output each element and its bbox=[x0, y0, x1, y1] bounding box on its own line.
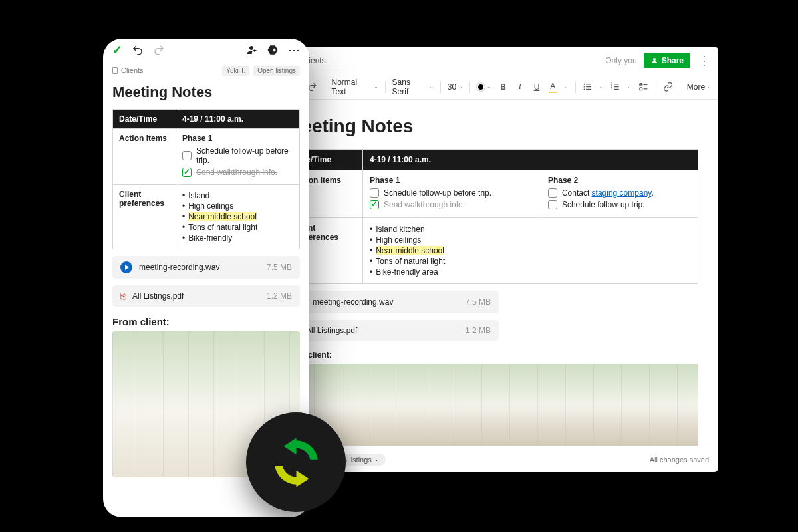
checklist-icon[interactable] bbox=[638, 82, 648, 92]
client-photo[interactable] bbox=[286, 364, 698, 446]
redo-icon[interactable] bbox=[153, 44, 165, 56]
sync-icon bbox=[265, 431, 328, 494]
th-action-items: Action Items bbox=[113, 129, 176, 185]
task-row[interactable]: Send walkthrough info. bbox=[370, 200, 534, 209]
underline-button[interactable]: U bbox=[531, 82, 541, 92]
attachment-size: 1.2 MB bbox=[267, 291, 292, 301]
attachment-pdf[interactable]: ⎘ All Listings.pdf 1.2 MB bbox=[286, 320, 499, 341]
svg-rect-9 bbox=[614, 84, 619, 84]
checkbox-icon[interactable] bbox=[370, 188, 379, 198]
td-datetime-val: 4-19 / 11:00 a.m. bbox=[363, 150, 698, 170]
checkbox-icon[interactable] bbox=[182, 151, 192, 160]
svg-rect-4 bbox=[586, 86, 591, 87]
notebook-icon bbox=[112, 67, 118, 74]
svg-rect-15 bbox=[644, 88, 648, 89]
sync-badge bbox=[246, 412, 346, 512]
text-color-dropdown[interactable]: ⌄ bbox=[477, 83, 491, 91]
task-row[interactable]: Schedule follow-up before trip. bbox=[182, 146, 293, 165]
svg-rect-13 bbox=[644, 84, 648, 85]
mobile-meta-row: Clients Yuki T. Open listings bbox=[103, 61, 309, 80]
checkbox-icon[interactable] bbox=[548, 188, 557, 198]
svg-rect-10 bbox=[614, 86, 619, 87]
attachment-filename: All Listings.pdf bbox=[306, 326, 459, 335]
note-title[interactable]: Meeting Notes bbox=[286, 116, 698, 137]
task-row[interactable]: Schedule follow-up before trip. bbox=[370, 188, 534, 198]
svg-rect-3 bbox=[586, 84, 591, 84]
attachment-audio[interactable]: meeting-recording.wav 7.5 MB bbox=[286, 291, 499, 313]
td-phase2[interactable]: Phase 2 Contact staging company. Schedul… bbox=[541, 170, 698, 218]
attachment-size: 7.5 MB bbox=[466, 297, 491, 307]
link-icon[interactable] bbox=[663, 82, 673, 92]
attachment-filename: meeting-recording.wav bbox=[313, 297, 459, 307]
attachment-pdf[interactable]: ⎘ All Listings.pdf 1.2 MB bbox=[112, 285, 300, 307]
checkbox-icon[interactable] bbox=[548, 200, 557, 209]
more-formatting-dropdown[interactable]: More⌄ bbox=[687, 82, 712, 92]
font-size-dropdown[interactable]: 30⌄ bbox=[448, 82, 463, 92]
attachment-audio[interactable]: meeting-recording.wav 7.5 MB bbox=[112, 256, 300, 279]
staging-company-link[interactable]: staging company bbox=[592, 188, 652, 198]
note-body[interactable]: Meeting Notes Date/Time 4-19 / 11:00 a.m… bbox=[266, 100, 718, 446]
checkbox-checked-icon[interactable] bbox=[182, 168, 192, 177]
color-swatch-icon bbox=[477, 83, 485, 91]
svg-rect-5 bbox=[586, 89, 591, 90]
td-phase1[interactable]: Phase 1 Schedule follow-up before trip. … bbox=[363, 170, 541, 218]
bulleted-list-icon[interactable] bbox=[583, 82, 593, 92]
format-toolbar: + Normal Text⌄ Sans Serif⌄ 30⌄ ⌄ B I U A… bbox=[266, 74, 718, 100]
task-row[interactable]: Contact staging company. bbox=[548, 188, 691, 198]
th-preferences: Client preferences bbox=[113, 185, 176, 249]
highlight-button[interactable]: A bbox=[549, 82, 557, 92]
svg-point-0 bbox=[584, 84, 585, 85]
attachment-filename: meeting-recording.wav bbox=[139, 263, 260, 272]
meeting-table: Date/Time 4-19 / 11:00 a.m. Action Items… bbox=[112, 109, 300, 249]
svg-point-1 bbox=[584, 86, 585, 88]
numbered-list-icon[interactable]: 123 bbox=[610, 82, 620, 92]
share-person-icon bbox=[650, 57, 658, 65]
attachment-size: 7.5 MB bbox=[267, 263, 292, 272]
done-check-icon[interactable]: ✓ bbox=[112, 43, 122, 57]
more-menu-icon[interactable]: ⋮ bbox=[697, 53, 712, 68]
td-preferences[interactable]: •Island •High ceilings •Near middle scho… bbox=[176, 185, 300, 249]
section-from-client: From client: bbox=[286, 350, 698, 360]
italic-button[interactable]: I bbox=[515, 82, 525, 92]
share-label: Share bbox=[662, 56, 684, 65]
td-datetime-val: 4-19 / 11:00 a.m. bbox=[176, 110, 300, 129]
tag-chip[interactable]: Open listings bbox=[253, 66, 300, 76]
svg-rect-11 bbox=[614, 89, 619, 90]
font-dropdown[interactable]: Sans Serif⌄ bbox=[392, 78, 434, 96]
td-preferences[interactable]: •Island kitchen •High ceilings •Near mid… bbox=[363, 218, 698, 284]
text-style-dropdown[interactable]: Normal Text⌄ bbox=[332, 78, 378, 96]
phase1-heading: Phase 1 bbox=[182, 134, 293, 143]
th-datetime: Date/Time bbox=[113, 110, 176, 129]
desktop-titlebar: ⤢ Clients Only you Share ⋮ bbox=[266, 47, 718, 74]
more-icon[interactable]: ⋯ bbox=[288, 44, 300, 56]
task-row[interactable]: Schedule follow-up trip. bbox=[548, 200, 691, 209]
phase1-heading: Phase 1 bbox=[370, 176, 534, 185]
mobile-toolbar: ✓ ⋯ bbox=[103, 39, 309, 61]
pdf-icon: ⎘ bbox=[120, 291, 126, 301]
td-phase1[interactable]: Phase 1 Schedule follow-up before trip. … bbox=[176, 129, 300, 185]
tag-chip[interactable]: Yuki T. bbox=[222, 66, 249, 76]
privacy-label: Only you bbox=[605, 56, 636, 65]
attachment-size: 1.2 MB bbox=[466, 326, 491, 335]
phase2-heading: Phase 2 bbox=[548, 176, 691, 185]
checkbox-checked-icon[interactable] bbox=[370, 200, 379, 209]
notebook-breadcrumb[interactable]: Clients bbox=[112, 66, 144, 74]
add-person-icon[interactable] bbox=[245, 44, 257, 56]
section-from-client: From client: bbox=[112, 316, 300, 327]
task-row[interactable]: Send walkthrough info. bbox=[182, 168, 293, 177]
play-icon[interactable] bbox=[120, 261, 132, 273]
bold-button[interactable]: B bbox=[498, 82, 508, 92]
meeting-table: Date/Time 4-19 / 11:00 a.m. Action Items… bbox=[286, 149, 698, 284]
svg-rect-14 bbox=[640, 88, 642, 90]
attachment-filename: All Listings.pdf bbox=[132, 291, 260, 301]
share-button[interactable]: Share bbox=[644, 53, 690, 68]
desktop-window: ⤢ Clients Only you Share ⋮ + Normal Text… bbox=[266, 47, 718, 472]
undo-icon[interactable] bbox=[132, 44, 144, 56]
svg-text:3: 3 bbox=[611, 88, 613, 91]
save-status: All changes saved bbox=[650, 456, 709, 464]
note-title[interactable]: Meeting Notes bbox=[112, 84, 300, 101]
svg-point-2 bbox=[584, 88, 585, 90]
add-tag-icon[interactable] bbox=[267, 44, 279, 56]
